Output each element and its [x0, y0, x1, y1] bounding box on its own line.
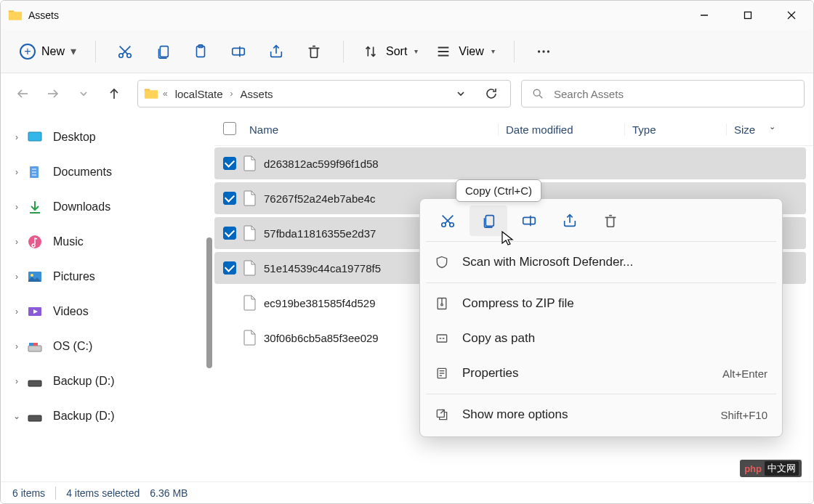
ctx-scan-defender[interactable]: Scan with Microsoft Defender... — [424, 245, 778, 280]
file-row[interactable]: d263812ac599f96f1d58 — [214, 147, 806, 179]
back-button[interactable] — [9, 81, 36, 107]
chevron-right-icon[interactable]: › — [11, 306, 23, 317]
svg-point-16 — [538, 50, 540, 52]
row-checkbox[interactable] — [223, 261, 236, 275]
sidebar-item-pictures[interactable]: ›Pictures — [1, 259, 204, 294]
search-icon — [532, 88, 544, 99]
select-all-checkbox[interactable] — [223, 122, 236, 135]
documents-icon — [27, 164, 43, 180]
drive-icon — [27, 408, 43, 424]
chevron-right-icon[interactable]: › — [11, 376, 23, 386]
chevron-down-icon: ▾ — [70, 44, 76, 58]
ctx-rename-button[interactable] — [510, 206, 548, 236]
ctx-share-button[interactable] — [551, 206, 589, 236]
watermark-badge: php中文网 — [740, 460, 802, 477]
search-box[interactable] — [521, 80, 805, 107]
sort-label: Sort — [386, 45, 407, 58]
column-headers: Name Date modified Type Size⌄ — [214, 114, 813, 146]
recent-chevron[interactable] — [70, 81, 97, 107]
chevron-left-icon[interactable]: « — [163, 89, 168, 99]
chevron-down-icon: ⌄ — [769, 122, 775, 131]
sidebar-item-backup-d[interactable]: ›Backup (D:) — [1, 364, 204, 399]
sidebar-item-music[interactable]: ›Music — [1, 224, 204, 259]
row-checkbox[interactable] — [223, 192, 236, 205]
more-button[interactable] — [526, 37, 561, 66]
sidebar-item-desktop[interactable]: ›Desktop — [1, 120, 204, 155]
cut-button[interactable] — [108, 37, 142, 66]
sidebar-item-label: Pictures — [53, 270, 95, 283]
ctx-delete-button[interactable] — [592, 206, 629, 236]
tooltip: Copy (Ctrl+C) — [456, 179, 541, 202]
forward-button[interactable] — [40, 81, 66, 107]
new-label: New — [41, 45, 65, 58]
share-button[interactable] — [259, 37, 294, 66]
toolbar: + New ▾ Sort ▾ View ▾ — [1, 30, 813, 73]
chevron-right-icon[interactable]: › — [11, 237, 23, 247]
maximize-button[interactable] — [726, 1, 770, 30]
sidebar-item-documents[interactable]: ›Documents — [1, 155, 204, 190]
mouse-cursor — [501, 230, 515, 249]
column-type[interactable]: Type — [624, 123, 726, 136]
svg-point-30 — [31, 274, 33, 277]
column-size[interactable]: Size⌄ — [726, 123, 813, 136]
breadcrumb-segment[interactable]: Assets — [238, 85, 276, 103]
nav-bar: « localState › Assets — [1, 73, 813, 114]
chevron-right-icon[interactable]: › — [11, 341, 23, 351]
chevron-right-icon[interactable]: › — [11, 202, 23, 212]
svg-rect-35 — [28, 381, 41, 386]
downloads-icon — [27, 199, 43, 215]
status-item-count: 6 items — [12, 487, 45, 499]
refresh-button[interactable] — [478, 81, 504, 107]
sort-icon — [363, 44, 379, 60]
ctx-copy-path[interactable]: Copy as path — [424, 321, 778, 356]
drive-icon — [27, 373, 43, 389]
svg-point-19 — [533, 89, 540, 96]
pictures-icon — [27, 269, 43, 285]
row-checkbox[interactable] — [223, 157, 236, 170]
search-input[interactable] — [554, 88, 794, 100]
chevron-right-icon[interactable]: › — [11, 132, 23, 142]
chevron-right-icon[interactable]: › — [11, 167, 23, 177]
svg-rect-34 — [33, 343, 38, 346]
row-checkbox[interactable] — [223, 227, 236, 240]
svg-rect-47 — [437, 335, 446, 342]
ctx-cut-button[interactable] — [429, 206, 467, 236]
new-button[interactable]: + New ▾ — [12, 39, 84, 64]
delete-button[interactable] — [297, 37, 331, 66]
breadcrumb-dropdown[interactable] — [448, 81, 474, 107]
sidebar-item-os-c[interactable]: ›OS (C:) — [1, 329, 204, 364]
sidebar-scrollbar[interactable] — [204, 114, 214, 481]
sidebar-item-backup-d-2[interactable]: ⌄Backup (D:) — [1, 399, 204, 434]
ctx-more-options[interactable]: Show more optionsShift+F10 — [424, 397, 778, 432]
breadcrumb[interactable]: « localState › Assets — [137, 80, 511, 107]
breadcrumb-segment[interactable]: localState — [172, 85, 226, 103]
view-button[interactable]: View ▾ — [428, 39, 501, 64]
svg-rect-42 — [523, 217, 536, 224]
chevron-down-icon: ▾ — [414, 47, 418, 55]
svg-point-17 — [542, 50, 544, 52]
sort-button[interactable]: Sort ▾ — [355, 39, 425, 64]
minimize-button[interactable] — [682, 1, 726, 30]
sidebar-item-label: Backup (D:) — [53, 375, 114, 388]
column-date[interactable]: Date modified — [498, 123, 624, 136]
svg-rect-41 — [485, 216, 493, 227]
svg-rect-33 — [29, 343, 33, 346]
column-name[interactable]: Name — [243, 123, 498, 136]
ctx-properties[interactable]: PropertiesAlt+Enter — [424, 356, 778, 391]
rename-button[interactable] — [221, 37, 256, 66]
sidebar-item-downloads[interactable]: ›Downloads — [1, 190, 204, 224]
chevron-right-icon[interactable]: › — [11, 272, 23, 282]
close-button[interactable] — [770, 1, 813, 30]
ctx-compress-zip[interactable]: Compress to ZIP file — [424, 286, 778, 321]
up-button[interactable] — [101, 81, 127, 107]
chevron-down-icon: ▾ — [491, 47, 495, 55]
sidebar-item-videos[interactable]: ›Videos — [1, 294, 204, 329]
chevron-down-icon[interactable]: ⌄ — [11, 411, 23, 421]
sidebar-item-label: OS (C:) — [53, 340, 92, 353]
paste-button[interactable] — [183, 37, 218, 66]
chevron-right-icon: › — [230, 89, 233, 99]
sidebar-item-label: Videos — [53, 305, 89, 318]
desktop-icon — [27, 129, 43, 145]
sidebar-item-label: Music — [53, 235, 84, 248]
copy-button[interactable] — [145, 37, 180, 66]
